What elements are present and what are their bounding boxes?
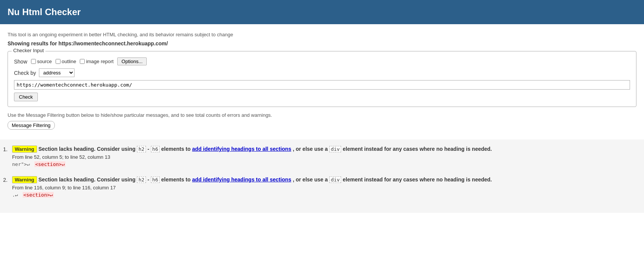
- result-sep-2: -: [147, 177, 149, 183]
- result-snippet-2: .↵ <section>↵: [12, 192, 644, 198]
- message-filtering-button[interactable]: Message Filtering: [8, 121, 55, 130]
- result-code1-1: h2: [137, 146, 146, 152]
- result-before-link-1: elements to: [161, 146, 191, 152]
- subtitle-text: This tool is an ongoing experiment in be…: [8, 32, 636, 37]
- result-end-1: element instead for any cases where no h…: [343, 146, 492, 152]
- result-body-2: Warning Section lacks heading. Consider …: [12, 176, 644, 198]
- result-sep-1: -: [147, 146, 149, 152]
- result-item-1: 1. Warning Section lacks heading. Consid…: [0, 146, 644, 167]
- outline-checkbox-label[interactable]: outline: [56, 59, 76, 64]
- result-body-1: Warning Section lacks heading. Consider …: [12, 146, 644, 167]
- result-code2-2: h6: [151, 177, 160, 183]
- image-report-checkbox-label[interactable]: image report: [80, 59, 113, 64]
- checkby-row: Check by address file upload text input: [14, 68, 630, 77]
- checkby-label: Check by: [14, 70, 36, 76]
- result-main-line-2: Warning Section lacks heading. Consider …: [12, 176, 644, 183]
- warning-badge-1: Warning: [12, 146, 37, 153]
- source-label: source: [37, 59, 52, 64]
- snippet-highlight-2: <section>↵: [23, 192, 54, 198]
- result-code3-2: div: [329, 177, 341, 183]
- result-main-line-1: Warning Section lacks heading. Consider …: [12, 146, 644, 153]
- result-code1-2: h2: [137, 177, 146, 183]
- result-number-1: 1.: [0, 146, 8, 152]
- options-button[interactable]: Options...: [117, 57, 147, 65]
- url-input[interactable]: [14, 80, 630, 90]
- result-code2-1: h6: [151, 146, 160, 152]
- result-snippet-1: ner">↵ <section>↵: [12, 161, 644, 167]
- result-end-2: element instead for any cases where no h…: [343, 177, 492, 183]
- result-location-1: From line 52, column 5; to line 52, colu…: [12, 154, 644, 160]
- checkby-select[interactable]: address file upload text input: [39, 68, 74, 77]
- showing-results-prefix: Showing results for: [8, 40, 59, 46]
- outline-label: outline: [62, 59, 76, 64]
- page-title: Nu Html Checker: [8, 7, 636, 17]
- check-button[interactable]: Check: [14, 93, 38, 101]
- result-location-2: From line 116, column 9; to line 116, co…: [12, 185, 644, 190]
- result-message-before-code1-2: Section lacks heading. Consider using: [39, 177, 136, 183]
- result-link-1[interactable]: add identifying headings to all sections: [192, 146, 291, 152]
- source-checkbox[interactable]: [31, 59, 36, 64]
- image-report-checkbox[interactable]: [80, 59, 85, 64]
- snippet-highlight-1: <section>↵: [34, 161, 65, 167]
- filter-note: Use the Message Filtering button below t…: [8, 112, 636, 118]
- show-label: Show: [14, 59, 27, 65]
- result-after-link-1: , or else use a: [293, 146, 328, 152]
- warning-badge-2: Warning: [12, 176, 37, 183]
- page-header: Nu Html Checker: [0, 0, 644, 24]
- snippet-context-2: .↵: [12, 192, 18, 198]
- showing-results-url: https://womentechconnect.herokuapp.com/: [59, 40, 168, 46]
- result-code3-1: div: [329, 146, 341, 152]
- result-link-2[interactable]: add identifying headings to all sections: [192, 177, 291, 183]
- results-area: 1. Warning Section lacks heading. Consid…: [0, 139, 644, 213]
- main-content: This tool is an ongoing experiment in be…: [0, 24, 644, 139]
- result-before-link-2: elements to: [161, 177, 191, 183]
- source-checkbox-label[interactable]: source: [31, 59, 52, 64]
- show-row: Show source outline image report Options…: [14, 57, 630, 65]
- image-report-label: image report: [86, 59, 113, 64]
- outline-checkbox[interactable]: [56, 59, 61, 64]
- result-item-2: 2. Warning Section lacks heading. Consid…: [0, 176, 644, 198]
- result-number-2: 2.: [0, 176, 8, 183]
- snippet-context-1: ner">↵: [12, 161, 30, 167]
- checker-input-legend: Checker Input: [12, 48, 45, 53]
- result-after-link-2: , or else use a: [293, 177, 328, 183]
- showing-results: Showing results for https://womentechcon…: [8, 40, 636, 46]
- checker-input-box: Checker Input Show source outline image …: [8, 51, 636, 107]
- result-message-before-code1-1: Section lacks heading. Consider using: [39, 146, 136, 152]
